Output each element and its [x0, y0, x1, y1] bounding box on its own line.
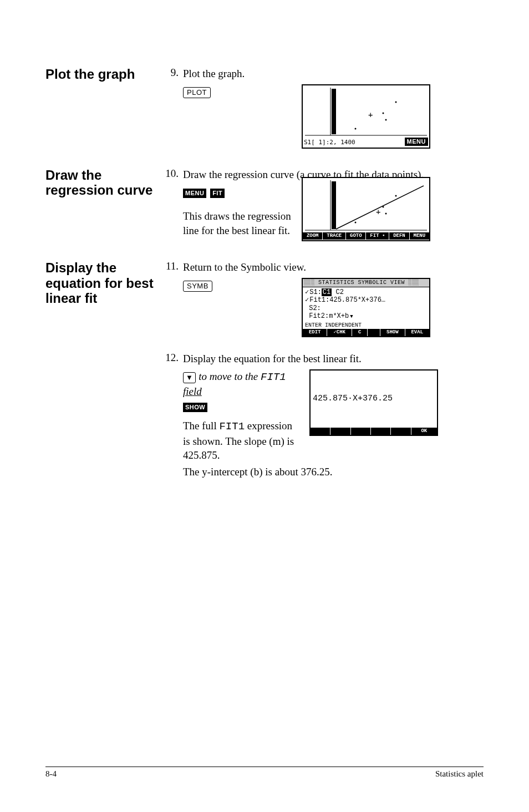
softkey-show[interactable]: SHOW — [183, 403, 207, 412]
softkey[interactable]: OK — [411, 428, 437, 435]
calc-screen-plot: + S1[ 1]:2, 1400 MENU — [302, 84, 430, 149]
softkey[interactable]: FIT ▪ — [366, 232, 389, 240]
sv-line-fit2: Fit2:m*X+b — [305, 312, 427, 320]
narrative: This draws the regression line for the b… — [183, 210, 291, 236]
key-hint-2: field — [183, 384, 302, 399]
svg-rect-10 — [332, 181, 336, 229]
step-number: 11. — [163, 260, 179, 272]
step-number: 10. — [163, 168, 179, 180]
section-plot: Plot the graph 9. Plot the graph. PLOT — [45, 67, 484, 149]
softkey[interactable] — [311, 428, 330, 435]
narrative-yint: The y-intercept (b) is about 376.25. — [183, 465, 484, 479]
svg-point-5 — [383, 112, 384, 114]
softkey[interactable] — [351, 428, 371, 435]
calc-screen-equation: 425.875·X+376.25 OK — [309, 369, 438, 436]
svg-text:+: + — [368, 110, 373, 119]
key-symb[interactable]: SYMB — [183, 281, 212, 292]
page: Plot the graph 9. Plot the graph. PLOT — [0, 0, 529, 812]
softkey[interactable]: MENU — [410, 232, 429, 240]
softkey[interactable]: GOTO — [346, 232, 366, 240]
page-number: 8-4 — [45, 769, 57, 779]
screen-menu-btn[interactable]: MENU — [405, 138, 428, 146]
plot-graph-icon: + — [303, 85, 429, 138]
narrative: The full FIT1 expression is shown. The s… — [183, 419, 302, 463]
section-display: Display the equation for best linear fit… — [45, 260, 484, 479]
sv-line-s2: S2: — [305, 304, 427, 312]
calc-screen-symbolic: ░░░ STATISTICS SYMBOLIC VIEW ░░░ S1:C1 C… — [302, 278, 430, 337]
softkey[interactable]: DEFN — [389, 232, 409, 240]
step-text: Display the equation for the best linear… — [183, 353, 362, 364]
svg-point-13 — [395, 195, 397, 197]
key-down-arrow[interactable]: ▼ — [183, 372, 196, 383]
softkey[interactable]: ZOOM — [303, 232, 323, 240]
heading-draw: Draw the regression curve — [45, 168, 156, 198]
key-hint: to move to the FIT1 — [199, 371, 286, 382]
softkey-fit[interactable]: FIT — [210, 189, 225, 198]
softkey-menu[interactable]: MENU — [183, 189, 206, 198]
screen-title: ░░░ STATISTICS SYMBOLIC VIEW ░░░ — [303, 279, 429, 287]
svg-point-11 — [355, 222, 357, 224]
section-draw: Draw the regression curve 10. Draw the r… — [45, 168, 484, 241]
svg-point-6 — [395, 101, 397, 103]
softkey[interactable] — [371, 428, 391, 435]
softkey[interactable] — [330, 428, 350, 435]
step-number: 9. — [163, 67, 179, 79]
svg-text:+: + — [376, 207, 380, 216]
softkey[interactable]: ✓CHK — [327, 329, 352, 336]
step-text: Return to the Symbolic view. — [183, 261, 306, 273]
screen-softkeys: ZOOM TRACE GOTO FIT ▪ DEFN MENU — [303, 232, 429, 240]
calc-screen-regression: + ZOOM TRACE GOTO FIT ▪ DEFN MENU — [302, 177, 430, 241]
softkey[interactable]: SHOW — [380, 329, 405, 336]
footer-title: Statistics aplet — [435, 769, 484, 779]
softkey[interactable] — [368, 329, 380, 336]
sv-line-fit1: Fit1:425.875*X+376… — [305, 296, 427, 304]
svg-rect-2 — [332, 89, 336, 134]
softkey[interactable]: C — [352, 329, 368, 336]
screen-softkeys: EDIT ✓CHK C SHOW EVAL — [303, 329, 429, 336]
step-text: Plot the graph. — [183, 68, 245, 79]
softkey[interactable]: EDIT — [303, 329, 327, 336]
softkey[interactable]: EVAL — [405, 329, 429, 336]
page-footer: 8-4 Statistics aplet — [45, 767, 484, 779]
softkey[interactable] — [391, 428, 411, 435]
screen-status: S1[ 1]:2, 1400 — [304, 139, 355, 146]
svg-point-7 — [385, 119, 387, 120]
sv-prompt: ENTER INDEPENDENT — [305, 322, 427, 329]
step-number: 12. — [163, 352, 179, 364]
key-plot[interactable]: PLOT — [183, 87, 211, 98]
softkey[interactable]: TRACE — [323, 232, 346, 240]
heading-plot: Plot the graph — [45, 67, 156, 82]
svg-point-3 — [355, 128, 357, 129]
equation-text: 425.875·X+376.25 — [311, 371, 437, 428]
regression-graph-icon: + — [303, 178, 429, 232]
heading-display: Display the equation for best linear fit — [45, 260, 156, 306]
sv-line-s1: S1:C1 C2 — [305, 288, 427, 296]
screen-softkeys: OK — [311, 428, 437, 435]
svg-point-14 — [385, 213, 387, 215]
